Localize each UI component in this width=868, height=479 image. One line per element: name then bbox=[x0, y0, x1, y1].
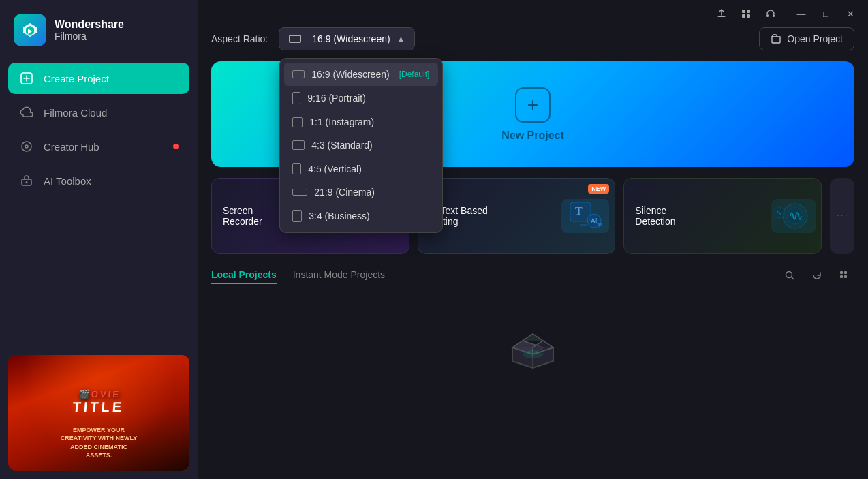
filmora-cloud-label: Filmora Cloud bbox=[44, 107, 107, 119]
refresh-projects-button[interactable] bbox=[807, 265, 827, 285]
sidebar-item-filmora-cloud[interactable]: Filmora Cloud bbox=[8, 97, 189, 128]
close-button[interactable]: ✕ bbox=[841, 4, 860, 23]
dropdown-label-3-4: 3:4 (Business) bbox=[309, 211, 369, 221]
svg-point-25 bbox=[786, 272, 792, 278]
svg-rect-8 bbox=[742, 14, 745, 18]
titlebar-divider bbox=[786, 7, 786, 20]
thumbnail-image: 🎬OVIE TITLE EMPOWER YOURCREATIVITY WITH … bbox=[8, 355, 189, 471]
ratio-icon-4-5 bbox=[292, 163, 301, 174]
tab-instant-mode[interactable]: Instant Mode Projects bbox=[293, 266, 385, 284]
ai-toolbox-label: AI Toolbox bbox=[44, 175, 91, 187]
open-project-label: Open Project bbox=[787, 33, 843, 44]
ratio-icon-wide bbox=[289, 35, 301, 43]
more-cards-button[interactable]: ••• bbox=[830, 178, 854, 254]
svg-rect-28 bbox=[840, 275, 843, 278]
tab-local-projects[interactable]: Local Projects bbox=[211, 266, 277, 284]
grid-projects-button[interactable] bbox=[834, 265, 854, 285]
svg-rect-27 bbox=[844, 271, 847, 274]
ratio-icon-4-3 bbox=[292, 140, 305, 150]
svg-rect-26 bbox=[840, 271, 843, 274]
new-project-plus-icon: + bbox=[515, 87, 551, 123]
silence-detection-icon bbox=[771, 199, 816, 233]
dropdown-item-3-4[interactable]: 3:4 (Business) bbox=[284, 204, 438, 228]
svg-point-4 bbox=[26, 181, 28, 183]
logo-icon bbox=[14, 14, 46, 46]
projects-tabs: Local Projects Instant Mode Projects bbox=[211, 265, 854, 285]
silence-detection-visual bbox=[771, 179, 816, 253]
creator-hub-label: Creator Hub bbox=[44, 141, 99, 153]
svg-rect-29 bbox=[844, 275, 847, 278]
maximize-button[interactable]: □ bbox=[816, 4, 835, 23]
ratio-icon-9-16 bbox=[292, 92, 300, 104]
default-badge: [Default] bbox=[399, 69, 430, 79]
ai-text-icon: T AI bbox=[561, 199, 609, 233]
ai-toolbox-icon bbox=[19, 173, 34, 188]
ratio-icon-16-9 bbox=[292, 70, 305, 78]
aspect-ratio-dropdown: 16:9 (Widescreen) [Default] 9:16 (Portra… bbox=[279, 58, 443, 233]
search-projects-button[interactable] bbox=[779, 265, 800, 285]
svg-rect-7 bbox=[747, 10, 750, 13]
projects-actions bbox=[779, 265, 854, 285]
new-project-button[interactable]: + New Project bbox=[501, 87, 564, 142]
sidebar-item-create-project[interactable]: Create Project bbox=[8, 63, 189, 94]
svg-text:T: T bbox=[575, 205, 583, 217]
dropdown-item-4-3[interactable]: 4:3 (Standard) bbox=[284, 134, 438, 157]
ratio-icon-21-9 bbox=[292, 189, 307, 196]
dropdown-label-4-3: 4:3 (Standard) bbox=[311, 140, 373, 151]
cloud-icon bbox=[19, 105, 34, 120]
dropdown-label-4-5: 4:5 (Vertical) bbox=[308, 164, 362, 174]
app-name: Wondershare bbox=[55, 18, 124, 31]
empty-box-icon bbox=[499, 317, 567, 371]
feature-card-silence-detection[interactable]: Silence Detection bbox=[623, 178, 822, 254]
dropdown-label-1-1: 1:1 (Instagram) bbox=[309, 117, 374, 127]
dropdown-item-4-5[interactable]: 4:5 (Vertical) bbox=[284, 157, 438, 181]
sidebar-nav: Create Project Filmora Cloud Creator Hub bbox=[0, 63, 198, 196]
create-project-label: Create Project bbox=[44, 73, 109, 84]
projects-section: Local Projects Instant Mode Projects bbox=[211, 265, 854, 465]
content-area: Aspect Ratio: 16:9 (Widescreen) ▲ 16:9 (… bbox=[198, 27, 868, 479]
app-product: Filmora bbox=[55, 31, 124, 42]
chevron-up-icon: ▲ bbox=[397, 34, 405, 44]
dropdown-label-16-9: 16:9 (Widescreen) bbox=[311, 69, 389, 80]
ai-text-new-badge: NEW bbox=[588, 184, 609, 194]
dropdown-item-1-1[interactable]: 1:1 (Instagram) bbox=[284, 110, 438, 134]
feature-card-ai-text[interactable]: AI Text Based Editing NEW T AI bbox=[418, 178, 616, 254]
dropdown-label-21-9: 21:9 (Cinema) bbox=[314, 187, 375, 198]
creator-hub-icon bbox=[19, 139, 34, 154]
empty-state bbox=[211, 296, 854, 371]
ratio-icon-1-1 bbox=[292, 117, 303, 127]
dropdown-item-9-16[interactable]: 9:16 (Portrait) bbox=[284, 86, 438, 110]
sidebar: Wondershare Filmora Create Project Filmo… bbox=[0, 0, 198, 479]
aspect-ratio-value: 16:9 (Widescreen) bbox=[312, 33, 391, 44]
dropdown-item-21-9[interactable]: 21:9 (Cinema) bbox=[284, 181, 438, 204]
create-project-icon bbox=[19, 71, 34, 86]
main-content: — □ ✕ Aspect Ratio: 16:9 (Widescreen) ▲ … bbox=[198, 0, 868, 479]
sidebar-thumbnail: 🎬OVIE TITLE EMPOWER YOURCREATIVITY WITH … bbox=[8, 355, 189, 471]
more-icon: ••• bbox=[836, 215, 848, 217]
upload-button[interactable] bbox=[712, 4, 731, 23]
thumbnail-caption: EMPOWER YOURCREATIVITY WITH NEWLYADDED C… bbox=[16, 426, 181, 460]
logo-text: Wondershare Filmora bbox=[55, 18, 124, 42]
ratio-icon-3-4 bbox=[292, 210, 302, 222]
dropdown-item-16-9[interactable]: 16:9 (Widescreen) [Default] bbox=[284, 63, 438, 86]
sidebar-item-creator-hub[interactable]: Creator Hub bbox=[8, 131, 189, 162]
dropdown-label-9-16: 9:16 (Portrait) bbox=[307, 93, 366, 104]
svg-text:AI: AI bbox=[591, 217, 597, 225]
svg-point-30 bbox=[523, 350, 543, 358]
creator-hub-notification-dot bbox=[173, 144, 179, 149]
headset-button[interactable] bbox=[761, 4, 780, 23]
open-project-button[interactable]: Open Project bbox=[759, 27, 854, 50]
grid-view-button[interactable] bbox=[737, 4, 756, 23]
minimize-button[interactable]: — bbox=[792, 4, 811, 23]
silence-detection-label: Silence Detection bbox=[635, 205, 703, 227]
titlebar: — □ ✕ bbox=[198, 0, 868, 27]
sidebar-item-ai-toolbox[interactable]: AI Toolbox bbox=[8, 165, 189, 196]
aspect-ratio-row: Aspect Ratio: 16:9 (Widescreen) ▲ 16:9 (… bbox=[211, 27, 854, 50]
svg-rect-6 bbox=[742, 10, 745, 13]
movie-title: 🎬OVIE TITLE bbox=[8, 389, 189, 415]
svg-point-2 bbox=[25, 145, 28, 148]
svg-rect-5 bbox=[718, 16, 725, 17]
aspect-ratio-selector[interactable]: 16:9 (Widescreen) ▲ 16:9 (Widescreen) [D… bbox=[279, 27, 415, 50]
svg-rect-9 bbox=[747, 14, 750, 18]
svg-point-1 bbox=[22, 142, 31, 151]
